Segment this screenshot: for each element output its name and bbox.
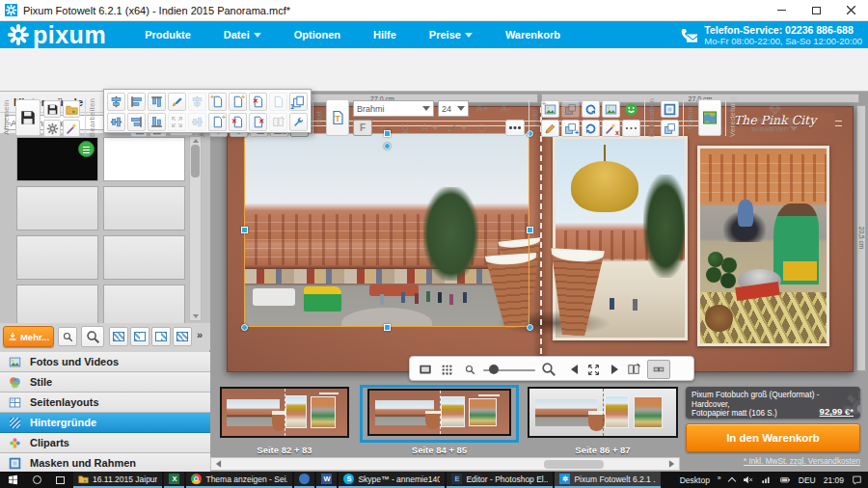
photo-more-button[interactable] bbox=[622, 120, 640, 137]
background-thumb-black[interactable] bbox=[16, 137, 98, 181]
scroll-up-icon[interactable] bbox=[193, 139, 199, 143]
text-more-button[interactable] bbox=[505, 120, 525, 136]
start-button[interactable] bbox=[0, 472, 25, 488]
scrollbar-thumb[interactable] bbox=[191, 145, 200, 177]
taskbar-item-chrome[interactable]: Thema anzeigen - Sei... bbox=[186, 472, 292, 488]
scroll-left-icon[interactable] bbox=[216, 460, 221, 468]
background-thumb[interactable] bbox=[16, 186, 98, 230]
font-decrease-button[interactable]: A- bbox=[496, 100, 515, 117]
view-both-pages-button[interactable] bbox=[109, 327, 128, 346]
background-thumb[interactable] bbox=[103, 285, 185, 323]
taskbar-item-browser[interactable] bbox=[294, 472, 314, 488]
bold-button[interactable]: F bbox=[353, 120, 372, 136]
outline-button[interactable] bbox=[473, 120, 490, 136]
delete-page-button[interactable]: ✕ bbox=[249, 93, 267, 111]
task-view-button[interactable] bbox=[48, 472, 71, 488]
language-indicator[interactable]: DEU bbox=[799, 475, 816, 485]
veredelung-select-button[interactable]: Veredelungauswählen bbox=[741, 99, 808, 136]
open-button[interactable] bbox=[63, 100, 80, 118]
taskbar-item-pixum[interactable]: ✲Pixum Fotowelt 6.2.1 ... bbox=[555, 472, 661, 488]
taskbar-item-editor[interactable]: EEditor - Photoshop El... bbox=[447, 472, 553, 488]
taskbar-item-excel[interactable]: X bbox=[164, 472, 184, 488]
sidebar-item-fotos[interactable]: Fotos und Videos bbox=[0, 352, 210, 372]
cortana-button[interactable] bbox=[25, 472, 48, 488]
single-page-view-button[interactable] bbox=[416, 360, 435, 379]
font-color-button[interactable]: A bbox=[419, 120, 442, 136]
save-as-button[interactable] bbox=[43, 100, 61, 118]
insert-page-left-button[interactable]: + bbox=[208, 93, 227, 111]
menu-datei[interactable]: Datei bbox=[224, 29, 261, 41]
add-to-cart-button[interactable]: In den Warenkorb bbox=[686, 423, 860, 452]
volume-muted-icon[interactable] bbox=[743, 474, 753, 485]
notification-center-icon[interactable] bbox=[852, 474, 862, 485]
assistant-button[interactable] bbox=[63, 120, 80, 137]
scroll-down-icon[interactable] bbox=[193, 314, 199, 318]
handle-rotate[interactable] bbox=[384, 143, 391, 149]
taskbar-item-word[interactable]: W bbox=[316, 472, 337, 488]
delete-page-right-button[interactable]: ✕ bbox=[249, 113, 267, 131]
zoom-in-thumbs-button[interactable] bbox=[81, 326, 104, 347]
chevron-right-icon[interactable]: » bbox=[718, 474, 721, 481]
minimize-button[interactable] bbox=[764, 0, 799, 20]
fill-color-button[interactable] bbox=[446, 120, 469, 136]
background-thumb-white[interactable] bbox=[103, 137, 185, 181]
page-lock-button[interactable] bbox=[269, 93, 287, 111]
view-spread-button[interactable] bbox=[173, 327, 192, 346]
photo-shapes-button[interactable] bbox=[561, 100, 580, 118]
thumbnails-scrollbar[interactable] bbox=[189, 136, 202, 321]
tax-note-link[interactable]: * Inkl. MwSt. zzgl. Versandkosten bbox=[744, 457, 860, 466]
zoom-out-button[interactable] bbox=[460, 360, 479, 379]
show-hidden-icons[interactable] bbox=[728, 476, 736, 484]
maximize-button[interactable] bbox=[799, 0, 833, 20]
zoom-slider-handle[interactable] bbox=[489, 365, 499, 374]
distribute-vertical-button[interactable] bbox=[188, 113, 206, 131]
insert-page-button[interactable]: + bbox=[208, 113, 227, 131]
photo-rotate-right-button[interactable] bbox=[582, 100, 600, 118]
expand-toolbar-icon[interactable]: » bbox=[197, 329, 203, 340]
italic-button[interactable]: K bbox=[374, 120, 393, 136]
photo-shape-add-button[interactable]: + bbox=[561, 120, 580, 137]
edit-photo-button[interactable] bbox=[541, 120, 559, 137]
sidebar-item-masken[interactable]: Masken und Rahmen bbox=[0, 453, 210, 474]
align-bottom-button[interactable] bbox=[148, 113, 166, 131]
center-vertical-button[interactable] bbox=[107, 113, 125, 131]
deco-shapes-button[interactable] bbox=[661, 120, 679, 137]
distribute-horizontal-button[interactable] bbox=[188, 93, 206, 111]
zoom-out-thumbs-button[interactable] bbox=[58, 327, 77, 346]
view-left-page-button[interactable] bbox=[130, 327, 149, 346]
insert-text-button[interactable]: T bbox=[326, 99, 349, 136]
photo-street-vendor[interactable] bbox=[697, 146, 829, 346]
more-backgrounds-button[interactable]: Mehr... bbox=[3, 326, 54, 347]
previous-page-button[interactable] bbox=[564, 360, 583, 379]
menu-optionen[interactable]: Optionen bbox=[294, 29, 340, 41]
next-page-button[interactable] bbox=[605, 360, 624, 379]
handle-mid-left[interactable] bbox=[241, 227, 248, 233]
spread-view-button[interactable] bbox=[269, 113, 287, 131]
background-thumb[interactable] bbox=[16, 285, 98, 323]
page-turn-button[interactable] bbox=[624, 360, 643, 379]
add-photo-button[interactable]: + bbox=[541, 100, 559, 118]
sidebar-item-hintergruende[interactable]: Hintergründe bbox=[0, 413, 210, 433]
menu-produkte[interactable]: Produkte bbox=[145, 29, 191, 41]
handle-bottom-center[interactable] bbox=[384, 324, 391, 331]
background-thumb[interactable] bbox=[16, 235, 98, 280]
background-thumb[interactable] bbox=[103, 235, 185, 280]
sidebar-item-cliparts[interactable]: Cliparts bbox=[0, 433, 210, 453]
panorama-view-button[interactable] bbox=[647, 360, 670, 379]
font-family-select[interactable]: Brahmi bbox=[353, 100, 434, 117]
insert-page-right-button[interactable]: + bbox=[229, 93, 247, 111]
close-button[interactable] bbox=[833, 0, 868, 20]
taskbar-item-folder[interactable]: 16.11.2015 Jaipur bbox=[73, 472, 162, 488]
settings-button[interactable] bbox=[43, 120, 61, 137]
delete-page-left-button[interactable]: ✕ bbox=[229, 113, 247, 131]
page-thumb-86-87[interactable] bbox=[528, 387, 678, 438]
align-top-button[interactable] bbox=[148, 93, 166, 111]
clock[interactable]: 21:09 bbox=[824, 475, 844, 485]
move-pages-button[interactable]: 1 bbox=[289, 93, 308, 111]
align-left-button[interactable] bbox=[127, 93, 146, 111]
menu-preise[interactable]: Preise bbox=[429, 29, 473, 41]
zoom-in-button[interactable] bbox=[539, 360, 558, 379]
photobook-spread[interactable]: The Pink City bbox=[227, 106, 854, 372]
sidebar-item-seitenlayouts[interactable]: Seitenlayouts bbox=[0, 393, 210, 413]
pages-scrollbar[interactable] bbox=[210, 457, 680, 471]
